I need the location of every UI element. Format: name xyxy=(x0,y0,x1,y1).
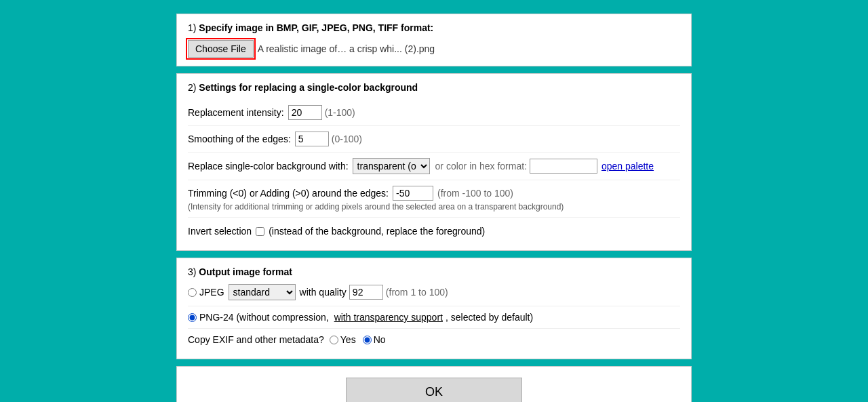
trimming-range: (from -100 to 100) xyxy=(437,188,513,199)
or-color-label: or color in hex format: xyxy=(435,161,527,172)
png24-suffix: , selected by default) xyxy=(446,312,533,323)
invert-note: (instead of the background, replace the … xyxy=(269,226,485,237)
replacement-intensity-label: Replacement intensity: xyxy=(188,107,284,118)
section2-body: 2) Settings for replacing a single-color… xyxy=(177,74,691,250)
section2-number: 2) xyxy=(188,82,196,93)
section3-body: 3) Output image format JPEG standard pro… xyxy=(177,258,691,359)
jpeg-quality-input[interactable] xyxy=(349,285,383,300)
trimming-input[interactable] xyxy=(393,186,433,201)
copy-exif-yes-radio[interactable] xyxy=(330,336,338,344)
smoothing-input[interactable] xyxy=(295,132,329,146)
replace-bg-row: Replace single-color background with: tr… xyxy=(188,153,680,180)
yes-label: Yes xyxy=(340,334,356,345)
invert-row: Invert selection (instead of the backgro… xyxy=(188,220,680,242)
jpeg-quality-range: (from 1 to 100) xyxy=(386,287,448,298)
copy-exif-label: Copy EXIF and other metadata? xyxy=(188,334,324,345)
invert-checkbox[interactable] xyxy=(256,227,264,236)
ok-section: OK Processing usually lasts for 5-30 sec… xyxy=(176,366,692,402)
file-input-row: Choose File A realistic image of… a cris… xyxy=(188,40,680,58)
jpeg-row: JPEG standard progressive optimized with… xyxy=(188,284,680,306)
color-hex-input[interactable] xyxy=(530,159,597,174)
section3-container: 3) Output image format JPEG standard pro… xyxy=(176,258,692,359)
section2-container: 2) Settings for replacing a single-color… xyxy=(176,73,692,251)
section3-title: 3) Output image format xyxy=(188,266,680,277)
jpeg-label: JPEG xyxy=(199,287,224,298)
smoothing-range: (0-100) xyxy=(332,134,362,144)
replacement-intensity-input[interactable] xyxy=(288,105,322,120)
replacement-intensity-range: (1-100) xyxy=(325,107,355,118)
png24-transparency-link[interactable]: with transparency support xyxy=(334,312,443,323)
smoothing-row: Smoothing of the edges: (0-100) xyxy=(188,126,680,153)
replacement-intensity-row: Replacement intensity: (1-100) xyxy=(188,100,680,126)
replace-bg-label: Replace single-color background with: xyxy=(188,161,349,172)
trimming-note: (Intensity for additional trimming or ad… xyxy=(188,202,564,212)
png24-label: PNG-24 (without compression, with transp… xyxy=(199,312,533,323)
replace-bg-select[interactable]: transparent (o white black custom xyxy=(353,158,430,174)
jpeg-quality-label: with quality xyxy=(300,287,347,298)
section3-number: 3) xyxy=(188,266,196,277)
no-label: No xyxy=(374,334,386,345)
choose-file-button[interactable]: Choose File xyxy=(188,40,254,58)
section3-title-text: Output image format xyxy=(199,266,292,277)
section1-container: 1) Specify image in BMP, GIF, JPEG, PNG,… xyxy=(176,14,692,66)
ok-button[interactable]: OK xyxy=(346,378,522,402)
section2-title-text: Settings for replacing a single-color ba… xyxy=(199,82,418,93)
ok-body: OK Processing usually lasts for 5-30 sec… xyxy=(177,367,691,402)
file-name-display: A realistic image of… a crisp whi... (2)… xyxy=(258,43,435,54)
section2-title: 2) Settings for replacing a single-color… xyxy=(188,82,680,93)
trimming-row: Trimming (<0) or Adding (>0) around the … xyxy=(188,180,680,218)
section1-number: 1) xyxy=(188,22,196,33)
jpeg-radio[interactable] xyxy=(188,288,197,297)
open-palette-link[interactable]: open palette xyxy=(601,161,654,172)
smoothing-label: Smoothing of the edges: xyxy=(188,134,291,144)
png24-row: PNG-24 (without compression, with transp… xyxy=(188,312,680,329)
png24-radio[interactable] xyxy=(188,313,197,322)
copy-exif-row: Copy EXIF and other metadata? Yes No xyxy=(188,334,680,345)
section1-title-text: Specify image in BMP, GIF, JPEG, PNG, TI… xyxy=(199,22,433,33)
trimming-label: Trimming (<0) or Adding (>0) around the … xyxy=(188,188,389,199)
copy-exif-no-radio[interactable] xyxy=(363,336,372,344)
section1-body: 1) Specify image in BMP, GIF, JPEG, PNG,… xyxy=(177,14,691,66)
invert-label: Invert selection xyxy=(188,226,252,237)
section1-title: 1) Specify image in BMP, GIF, JPEG, PNG,… xyxy=(188,22,680,33)
jpeg-mode-select[interactable]: standard progressive optimized xyxy=(229,284,296,300)
